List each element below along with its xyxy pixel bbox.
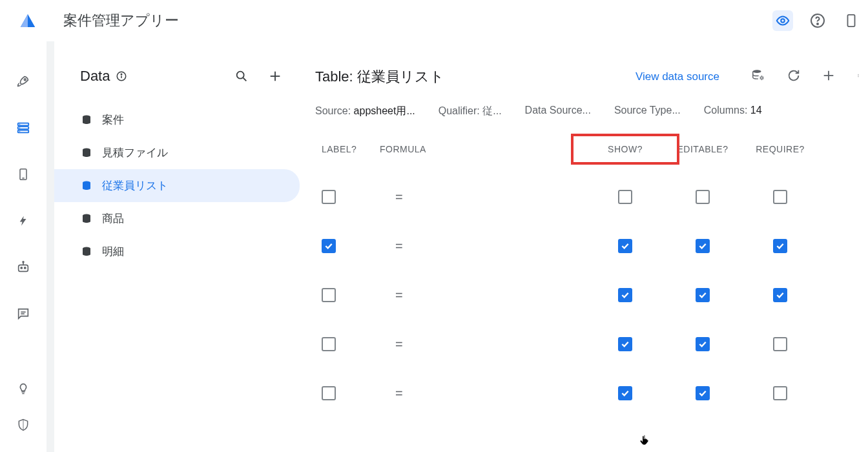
checkbox[interactable] — [773, 337, 787, 351]
checkbox[interactable] — [322, 386, 336, 400]
svg-point-37 — [858, 76, 859, 76]
scrollbar-track[interactable] — [46, 41, 54, 452]
checkbox[interactable] — [696, 288, 710, 302]
svg-point-8 — [19, 124, 20, 125]
bolt-icon[interactable] — [14, 212, 32, 230]
chat-icon[interactable] — [14, 305, 32, 323]
datasource-settings-icon[interactable] — [750, 68, 766, 85]
cell-editable — [664, 386, 741, 400]
checkbox[interactable] — [618, 337, 632, 351]
refresh-icon[interactable] — [787, 68, 801, 85]
cell-formula[interactable]: = — [380, 190, 586, 205]
topbar-actions — [772, 10, 860, 31]
checkbox[interactable] — [696, 190, 710, 204]
mobile-icon[interactable] — [14, 165, 32, 183]
devices-icon[interactable] — [842, 12, 860, 30]
annotation-highlight — [571, 134, 679, 165]
checkbox[interactable] — [322, 190, 336, 204]
bulb-icon[interactable] — [14, 380, 32, 398]
cell-editable — [664, 190, 741, 204]
cell-label — [315, 337, 380, 351]
appsheet-logo-icon — [18, 11, 37, 30]
cell-require — [741, 239, 819, 253]
checkbox[interactable] — [696, 386, 710, 400]
table-row: = — [315, 172, 868, 221]
col-header-label[interactable]: LABEL? — [315, 144, 380, 154]
topbar: 案件管理アプリー — [0, 0, 868, 41]
svg-point-9 — [19, 127, 20, 128]
meta-qualifier: Qualifier: 従... — [439, 105, 502, 118]
cell-label — [315, 239, 380, 253]
cell-label — [315, 190, 380, 204]
cell-require — [741, 337, 819, 351]
cell-formula[interactable]: = — [380, 386, 586, 401]
svg-point-22 — [121, 74, 123, 75]
preview-button[interactable] — [772, 10, 793, 31]
database-icon — [80, 212, 93, 225]
table-row: = — [315, 369, 868, 418]
info-icon[interactable] — [115, 70, 128, 83]
rocket-icon[interactable] — [14, 72, 32, 90]
sidebar-item-label: 案件 — [102, 112, 124, 127]
more-icon[interactable] — [856, 68, 860, 85]
svg-point-32 — [753, 70, 761, 73]
sidebar-item-label: 従業員リスト — [102, 178, 168, 193]
checkbox[interactable] — [618, 288, 632, 302]
cell-require — [741, 288, 819, 302]
search-icon[interactable] — [232, 67, 251, 85]
svg-point-15 — [25, 267, 26, 269]
view-data-source-link[interactable]: View data source — [636, 70, 719, 83]
data-tab-icon[interactable] — [14, 119, 32, 137]
svg-point-23 — [237, 72, 244, 79]
cell-show — [586, 288, 664, 302]
table-panel: Table: 従業員リスト View data source Source: a… — [300, 41, 868, 452]
sidebar-item-jugyoin[interactable]: 従業員リスト — [54, 169, 300, 202]
checkbox[interactable] — [773, 386, 787, 400]
checkbox[interactable] — [696, 337, 710, 351]
sidebar-item-meisai[interactable]: 明細 — [54, 235, 300, 268]
meta-columns: Columns: 14 — [704, 105, 762, 118]
table-row: = — [315, 320, 868, 369]
help-icon[interactable] — [809, 12, 827, 30]
svg-rect-3 — [848, 15, 855, 26]
col-header-require[interactable]: REQUIRE? — [741, 144, 819, 154]
data-header: Data — [54, 67, 300, 103]
table-head-row: Table: 従業員リスト View data source — [315, 67, 868, 87]
cell-label — [315, 288, 380, 302]
cell-formula[interactable]: = — [380, 337, 586, 352]
database-icon — [80, 114, 93, 127]
sidebar-item-anken[interactable]: 案件 — [54, 103, 300, 136]
checkbox[interactable] — [773, 288, 787, 302]
shield-icon[interactable] — [14, 416, 32, 434]
col-header-show[interactable]: SHOW? — [586, 144, 664, 154]
cell-require — [741, 386, 819, 400]
checkbox[interactable] — [322, 288, 336, 302]
cell-formula[interactable]: = — [380, 239, 586, 254]
checkbox[interactable] — [773, 190, 787, 204]
checkbox[interactable] — [618, 239, 632, 253]
database-icon — [80, 147, 93, 159]
checkbox[interactable] — [696, 239, 710, 253]
svg-point-2 — [817, 23, 818, 25]
checkbox[interactable] — [618, 190, 632, 204]
checkbox[interactable] — [773, 239, 787, 253]
robot-icon[interactable] — [14, 258, 32, 276]
checkbox[interactable] — [322, 239, 336, 253]
cell-label — [315, 386, 380, 400]
svg-point-38 — [858, 76, 859, 77]
cell-formula[interactable]: = — [380, 288, 586, 303]
checkbox[interactable] — [618, 386, 632, 400]
database-icon — [80, 245, 93, 258]
svg-point-33 — [761, 77, 763, 79]
col-header-formula[interactable]: FORMULA — [380, 144, 586, 154]
svg-point-36 — [858, 74, 859, 75]
sidebar-item-mitsumori[interactable]: 見積ファイル — [54, 136, 300, 169]
svg-line-24 — [243, 78, 247, 81]
checkbox[interactable] — [322, 337, 336, 351]
sidebar-item-shohin[interactable]: 商品 — [54, 202, 300, 235]
add-column-icon[interactable] — [822, 68, 836, 85]
svg-point-0 — [781, 19, 785, 23]
sidebar-item-label: 見積ファイル — [102, 145, 168, 160]
add-icon[interactable] — [266, 67, 284, 85]
svg-point-14 — [21, 267, 22, 269]
